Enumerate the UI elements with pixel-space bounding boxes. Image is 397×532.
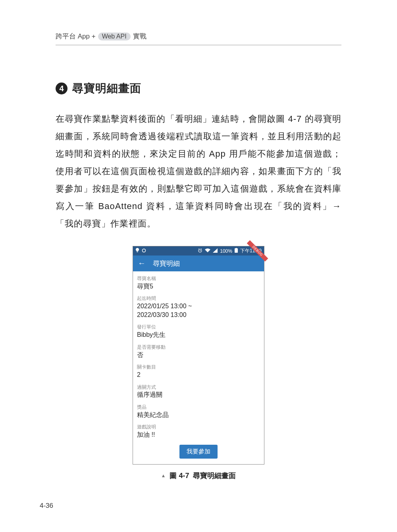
field-label: 發行單位 — [137, 324, 260, 330]
field-value: 尋寶5 — [137, 282, 260, 292]
section-title-text: 尋寶明細畫面 — [72, 81, 141, 96]
field-value: 否 — [137, 351, 260, 360]
header-chip: Web API — [98, 33, 131, 40]
field-value: 精美紀念品 — [137, 411, 260, 420]
battery-icon — [235, 248, 238, 254]
field-label: 遊戲說明 — [137, 424, 260, 430]
header-suffix: 實戰 — [133, 32, 146, 41]
field-stages: 關卡數目 2 — [137, 361, 260, 381]
field-value: 循序過關 — [137, 390, 260, 400]
field-issuer: 發行單位 Bibby先生 — [137, 321, 260, 341]
caption-marker-icon: ▲ — [161, 473, 166, 478]
field-label: 是否需要移動 — [137, 344, 260, 351]
field-label: 獎品 — [137, 404, 260, 411]
page-number: 4-36 — [40, 502, 53, 510]
join-button[interactable]: 我要參加 — [179, 445, 218, 459]
svg-point-0 — [143, 249, 146, 252]
status-bar: 100% 下午11:59 DEBUG — [133, 246, 264, 255]
field-move: 是否需要移動 否 — [137, 342, 260, 361]
figure-caption: ▲ 圖 4-7 尋寶明細畫面 — [161, 471, 236, 480]
lightbulb-icon — [135, 248, 139, 254]
appbar-title: 尋寶明細 — [153, 259, 180, 268]
signal-icon — [213, 248, 218, 254]
battery-percent: 100% — [220, 248, 232, 254]
svg-rect-2 — [235, 248, 238, 253]
wifi-icon — [205, 248, 210, 254]
back-icon[interactable]: ← — [138, 259, 146, 268]
running-header: 跨平台 App + Web API 實戰 — [56, 32, 341, 45]
field-name: 尋寶名稱 尋寶5 — [137, 273, 260, 293]
svg-rect-3 — [235, 248, 237, 249]
field-desc: 遊戲說明 加油 !! — [137, 421, 260, 441]
section-number-badge: 4 — [56, 83, 67, 94]
field-label: 起迄時間 — [137, 295, 260, 302]
field-time: 起迄時間 2022/01/25 13:00 ~ 2022/03/30 13:00 — [137, 293, 260, 321]
phone-screenshot: 100% 下午11:59 DEBUG ← 尋寶明細 尋寶名稱 尋寶5 — [133, 246, 264, 465]
figure-number: 圖 4-7 — [170, 471, 189, 480]
body-paragraph: 在尋寶作業點擊資料後面的「看明細」連結時，會開啟圖 4-7 的尋寶明細畫面，系統… — [56, 110, 341, 232]
section-heading: 4 尋寶明細畫面 — [56, 81, 341, 96]
app-bar: ← 尋寶明細 — [133, 255, 264, 271]
circle-icon — [142, 248, 146, 254]
header-prefix: 跨平台 App + — [56, 32, 96, 41]
field-prize: 獎品 精美紀念品 — [137, 401, 260, 421]
field-mode: 過關方式 循序過關 — [137, 382, 260, 401]
figure-title: 尋寶明細畫面 — [193, 471, 236, 480]
field-value: 加油 !! — [137, 430, 260, 440]
alarm-icon — [198, 248, 202, 254]
field-label: 關卡數目 — [137, 364, 260, 371]
field-label: 尋寶名稱 — [137, 275, 260, 282]
field-value: 2 — [137, 371, 260, 380]
field-label: 過關方式 — [137, 384, 260, 391]
detail-form: 尋寶名稱 尋寶5 起迄時間 2022/01/25 13:00 ~ 2022/03… — [133, 271, 264, 464]
field-value: 2022/01/25 13:00 ~ 2022/03/30 13:00 — [137, 302, 260, 320]
field-value: Bibby先生 — [137, 330, 260, 340]
